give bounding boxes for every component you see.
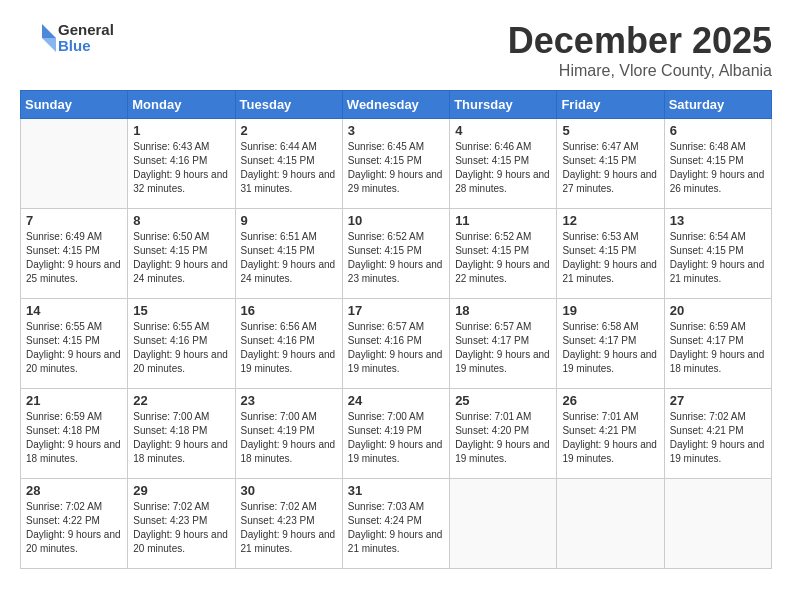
calendar-cell: 12Sunrise: 6:53 AMSunset: 4:15 PMDayligh…: [557, 209, 664, 299]
logo-general: General: [58, 22, 114, 39]
day-info: Sunrise: 7:02 AMSunset: 4:21 PMDaylight:…: [670, 410, 766, 466]
day-number: 2: [241, 123, 337, 138]
calendar-cell: 8Sunrise: 6:50 AMSunset: 4:15 PMDaylight…: [128, 209, 235, 299]
day-info: Sunrise: 6:53 AMSunset: 4:15 PMDaylight:…: [562, 230, 658, 286]
calendar-cell: 19Sunrise: 6:58 AMSunset: 4:17 PMDayligh…: [557, 299, 664, 389]
calendar-cell: 5Sunrise: 6:47 AMSunset: 4:15 PMDaylight…: [557, 119, 664, 209]
day-info: Sunrise: 7:00 AMSunset: 4:18 PMDaylight:…: [133, 410, 229, 466]
page-header: General Blue December 2025 Himare, Vlore…: [20, 20, 772, 80]
logo: General Blue: [20, 20, 114, 56]
calendar-cell: 26Sunrise: 7:01 AMSunset: 4:21 PMDayligh…: [557, 389, 664, 479]
day-info: Sunrise: 7:01 AMSunset: 4:20 PMDaylight:…: [455, 410, 551, 466]
day-info: Sunrise: 6:59 AMSunset: 4:17 PMDaylight:…: [670, 320, 766, 376]
calendar-week-row: 21Sunrise: 6:59 AMSunset: 4:18 PMDayligh…: [21, 389, 772, 479]
day-info: Sunrise: 6:43 AMSunset: 4:16 PMDaylight:…: [133, 140, 229, 196]
calendar-cell: 13Sunrise: 6:54 AMSunset: 4:15 PMDayligh…: [664, 209, 771, 299]
day-number: 21: [26, 393, 122, 408]
calendar-cell: 2Sunrise: 6:44 AMSunset: 4:15 PMDaylight…: [235, 119, 342, 209]
calendar-cell: [450, 479, 557, 569]
day-number: 19: [562, 303, 658, 318]
column-header-wednesday: Wednesday: [342, 91, 449, 119]
day-info: Sunrise: 7:00 AMSunset: 4:19 PMDaylight:…: [348, 410, 444, 466]
day-number: 11: [455, 213, 551, 228]
day-info: Sunrise: 6:49 AMSunset: 4:15 PMDaylight:…: [26, 230, 122, 286]
calendar-cell: 3Sunrise: 6:45 AMSunset: 4:15 PMDaylight…: [342, 119, 449, 209]
day-number: 1: [133, 123, 229, 138]
calendar-cell: 11Sunrise: 6:52 AMSunset: 4:15 PMDayligh…: [450, 209, 557, 299]
calendar-cell: 21Sunrise: 6:59 AMSunset: 4:18 PMDayligh…: [21, 389, 128, 479]
day-number: 22: [133, 393, 229, 408]
day-number: 24: [348, 393, 444, 408]
calendar-week-row: 14Sunrise: 6:55 AMSunset: 4:15 PMDayligh…: [21, 299, 772, 389]
calendar-cell: 9Sunrise: 6:51 AMSunset: 4:15 PMDaylight…: [235, 209, 342, 299]
day-info: Sunrise: 6:52 AMSunset: 4:15 PMDaylight:…: [455, 230, 551, 286]
day-number: 26: [562, 393, 658, 408]
calendar-cell: 31Sunrise: 7:03 AMSunset: 4:24 PMDayligh…: [342, 479, 449, 569]
day-number: 5: [562, 123, 658, 138]
calendar-cell: 20Sunrise: 6:59 AMSunset: 4:17 PMDayligh…: [664, 299, 771, 389]
calendar-cell: 25Sunrise: 7:01 AMSunset: 4:20 PMDayligh…: [450, 389, 557, 479]
day-number: 4: [455, 123, 551, 138]
day-number: 29: [133, 483, 229, 498]
column-header-sunday: Sunday: [21, 91, 128, 119]
calendar-cell: 15Sunrise: 6:55 AMSunset: 4:16 PMDayligh…: [128, 299, 235, 389]
day-info: Sunrise: 6:55 AMSunset: 4:16 PMDaylight:…: [133, 320, 229, 376]
day-number: 9: [241, 213, 337, 228]
day-number: 18: [455, 303, 551, 318]
column-header-saturday: Saturday: [664, 91, 771, 119]
day-info: Sunrise: 7:02 AMSunset: 4:22 PMDaylight:…: [26, 500, 122, 556]
day-number: 13: [670, 213, 766, 228]
calendar-cell: 27Sunrise: 7:02 AMSunset: 4:21 PMDayligh…: [664, 389, 771, 479]
day-info: Sunrise: 6:58 AMSunset: 4:17 PMDaylight:…: [562, 320, 658, 376]
day-number: 31: [348, 483, 444, 498]
calendar-cell: [557, 479, 664, 569]
day-info: Sunrise: 6:47 AMSunset: 4:15 PMDaylight:…: [562, 140, 658, 196]
day-number: 23: [241, 393, 337, 408]
title-area: December 2025 Himare, Vlore County, Alba…: [508, 20, 772, 80]
location-subtitle: Himare, Vlore County, Albania: [508, 62, 772, 80]
column-header-monday: Monday: [128, 91, 235, 119]
day-info: Sunrise: 6:50 AMSunset: 4:15 PMDaylight:…: [133, 230, 229, 286]
calendar-cell: 10Sunrise: 6:52 AMSunset: 4:15 PMDayligh…: [342, 209, 449, 299]
day-info: Sunrise: 6:55 AMSunset: 4:15 PMDaylight:…: [26, 320, 122, 376]
day-info: Sunrise: 6:57 AMSunset: 4:16 PMDaylight:…: [348, 320, 444, 376]
day-number: 8: [133, 213, 229, 228]
day-number: 16: [241, 303, 337, 318]
day-info: Sunrise: 6:51 AMSunset: 4:15 PMDaylight:…: [241, 230, 337, 286]
calendar-week-row: 1Sunrise: 6:43 AMSunset: 4:16 PMDaylight…: [21, 119, 772, 209]
column-header-friday: Friday: [557, 91, 664, 119]
column-header-thursday: Thursday: [450, 91, 557, 119]
day-number: 25: [455, 393, 551, 408]
day-info: Sunrise: 7:00 AMSunset: 4:19 PMDaylight:…: [241, 410, 337, 466]
calendar-cell: 14Sunrise: 6:55 AMSunset: 4:15 PMDayligh…: [21, 299, 128, 389]
calendar-cell: 4Sunrise: 6:46 AMSunset: 4:15 PMDaylight…: [450, 119, 557, 209]
calendar-header-row: SundayMondayTuesdayWednesdayThursdayFrid…: [21, 91, 772, 119]
day-number: 14: [26, 303, 122, 318]
day-number: 20: [670, 303, 766, 318]
calendar-cell: 30Sunrise: 7:02 AMSunset: 4:23 PMDayligh…: [235, 479, 342, 569]
day-number: 6: [670, 123, 766, 138]
day-number: 7: [26, 213, 122, 228]
calendar-cell: 6Sunrise: 6:48 AMSunset: 4:15 PMDaylight…: [664, 119, 771, 209]
day-number: 3: [348, 123, 444, 138]
calendar-week-row: 28Sunrise: 7:02 AMSunset: 4:22 PMDayligh…: [21, 479, 772, 569]
calendar-cell: 22Sunrise: 7:00 AMSunset: 4:18 PMDayligh…: [128, 389, 235, 479]
day-info: Sunrise: 6:52 AMSunset: 4:15 PMDaylight:…: [348, 230, 444, 286]
calendar-week-row: 7Sunrise: 6:49 AMSunset: 4:15 PMDaylight…: [21, 209, 772, 299]
calendar-cell: [21, 119, 128, 209]
day-info: Sunrise: 6:45 AMSunset: 4:15 PMDaylight:…: [348, 140, 444, 196]
day-info: Sunrise: 7:02 AMSunset: 4:23 PMDaylight:…: [241, 500, 337, 556]
day-info: Sunrise: 6:59 AMSunset: 4:18 PMDaylight:…: [26, 410, 122, 466]
day-info: Sunrise: 7:03 AMSunset: 4:24 PMDaylight:…: [348, 500, 444, 556]
day-info: Sunrise: 6:54 AMSunset: 4:15 PMDaylight:…: [670, 230, 766, 286]
day-info: Sunrise: 7:02 AMSunset: 4:23 PMDaylight:…: [133, 500, 229, 556]
day-info: Sunrise: 6:48 AMSunset: 4:15 PMDaylight:…: [670, 140, 766, 196]
day-number: 10: [348, 213, 444, 228]
day-info: Sunrise: 6:46 AMSunset: 4:15 PMDaylight:…: [455, 140, 551, 196]
day-info: Sunrise: 6:57 AMSunset: 4:17 PMDaylight:…: [455, 320, 551, 376]
day-info: Sunrise: 6:56 AMSunset: 4:16 PMDaylight:…: [241, 320, 337, 376]
day-number: 15: [133, 303, 229, 318]
day-number: 27: [670, 393, 766, 408]
calendar-cell: 23Sunrise: 7:00 AMSunset: 4:19 PMDayligh…: [235, 389, 342, 479]
calendar-cell: 28Sunrise: 7:02 AMSunset: 4:22 PMDayligh…: [21, 479, 128, 569]
